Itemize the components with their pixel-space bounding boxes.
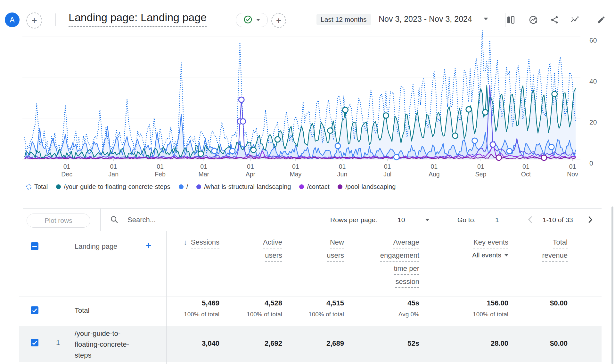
svg-text:01: 01 xyxy=(292,163,299,170)
legend-item-guide[interactable]: /your-guide-to-floating-concrete-steps xyxy=(56,183,170,190)
svg-text:40: 40 xyxy=(589,77,597,85)
ga4-report-page: A + Landing page: Landing page + Last 12… xyxy=(0,0,615,364)
legend-item-contact[interactable]: /contact xyxy=(299,183,329,190)
divider xyxy=(23,208,602,209)
rows-per-page-chevron-icon[interactable] xyxy=(425,219,430,221)
legend-item-total[interactable]: Total xyxy=(26,183,48,190)
column-header-active-users[interactable]: Active users xyxy=(263,238,282,264)
pagination-range: 1-10 of 33 xyxy=(543,216,573,224)
svg-text:01: 01 xyxy=(477,163,484,170)
sort-descending-icon: ↓ xyxy=(184,238,187,246)
series-dot-icon xyxy=(196,184,201,189)
svg-text:01: 01 xyxy=(339,163,346,170)
row-sessions: 3,040 xyxy=(202,339,219,348)
column-header-avg-engagement[interactable]: Average engagement time per session xyxy=(380,238,419,291)
rows-per-page-label: Rows per page: xyxy=(330,216,377,224)
total-row-checkbox[interactable] xyxy=(31,306,38,314)
total-key-events: 156.00100% of total xyxy=(473,299,508,318)
key-events-filter[interactable]: All events xyxy=(472,251,501,259)
svg-text:20: 20 xyxy=(589,118,597,126)
rows-per-page-select[interactable]: 10 xyxy=(398,216,405,224)
row-new-users: 2,689 xyxy=(326,339,344,348)
svg-text:01: 01 xyxy=(63,163,70,170)
row-key-events: 28.00 xyxy=(491,339,508,348)
search-input[interactable]: Search... xyxy=(127,216,156,224)
add-dimension-icon[interactable]: + xyxy=(146,240,152,251)
total-sessions: 5,469100% of total xyxy=(184,299,219,318)
controls-divider xyxy=(100,208,101,231)
svg-text:Apr: Apr xyxy=(246,171,256,178)
svg-text:01: 01 xyxy=(200,163,207,170)
svg-text:01: 01 xyxy=(522,163,529,170)
column-header-sessions[interactable]: ↓Sessions xyxy=(184,238,219,251)
total-avg-engagement: 45sAvg 0% xyxy=(398,299,419,318)
svg-text:01: 01 xyxy=(430,163,438,170)
dimension-header[interactable]: Landing page xyxy=(75,242,117,251)
go-to-label: Go to: xyxy=(457,216,476,224)
total-revenue: $0.00 xyxy=(550,299,568,307)
legend-item-home[interactable]: / xyxy=(179,183,188,190)
total-row-label: Total xyxy=(75,306,89,315)
svg-text:Mar: Mar xyxy=(198,171,209,178)
previous-page-icon[interactable] xyxy=(526,215,535,225)
svg-text:01: 01 xyxy=(569,163,576,170)
go-to-input[interactable]: 1 xyxy=(495,216,499,224)
series-dot-icon xyxy=(56,184,61,189)
row-divider xyxy=(19,362,602,362)
row-avg-engagement: 52s xyxy=(407,339,419,348)
svg-text:Feb: Feb xyxy=(155,171,166,178)
svg-text:Dec: Dec xyxy=(61,171,72,178)
svg-text:01: 01 xyxy=(247,163,254,170)
plot-rows-button[interactable]: Plot rows xyxy=(27,214,90,228)
series-dot-icon xyxy=(338,184,342,189)
row-divider xyxy=(19,296,602,296)
row-index: 1 xyxy=(56,339,60,347)
total-new-users: 4,515100% of total xyxy=(308,299,344,318)
chart-legend: Total /your-guide-to-floating-concrete-s… xyxy=(26,183,396,190)
svg-text:0: 0 xyxy=(589,159,593,167)
svg-text:60: 60 xyxy=(589,36,597,44)
svg-text:01: 01 xyxy=(384,163,391,170)
svg-text:Aug: Aug xyxy=(429,171,440,178)
svg-text:May: May xyxy=(290,171,301,178)
svg-text:01: 01 xyxy=(110,163,117,170)
series-dot-icon xyxy=(299,184,304,189)
column-header-key-events[interactable]: Key events All events xyxy=(472,238,508,262)
chevron-down-icon xyxy=(504,254,508,256)
svg-text:Oct: Oct xyxy=(521,171,531,178)
legend-item-pool[interactable]: /pool-landscaping xyxy=(338,183,396,190)
dotted-circle-icon xyxy=(26,184,31,190)
svg-text:Jan: Jan xyxy=(109,171,119,178)
sessions-timeseries-chart[interactable]: 020406001Dec01Jan01Feb01Mar01Apr01May01J… xyxy=(0,0,615,179)
svg-text:01: 01 xyxy=(157,163,164,170)
column-header-new-users[interactable]: New users xyxy=(327,238,344,264)
svg-text:Sep: Sep xyxy=(475,171,487,178)
row-active-users: 2,692 xyxy=(265,339,282,348)
column-header-total-revenue[interactable]: Total revenue xyxy=(542,238,568,264)
legend-item-structural[interactable]: /what-is-structural-landscaping xyxy=(196,183,291,190)
series-dot-icon xyxy=(179,184,184,189)
scrollbar[interactable] xyxy=(611,206,613,364)
row-checkbox[interactable] xyxy=(31,339,38,346)
next-page-icon[interactable] xyxy=(586,215,594,225)
search-icon xyxy=(110,215,119,225)
divider xyxy=(19,231,602,231)
column-divider xyxy=(166,231,167,364)
row-landing-page[interactable]: /your-guide-to- floating-concrete- steps xyxy=(75,328,129,361)
select-all-checkbox[interactable] xyxy=(31,242,38,250)
total-active-users: 4,528100% of total xyxy=(247,299,282,318)
svg-text:Jul: Jul xyxy=(383,171,391,178)
svg-text:Nov: Nov xyxy=(567,171,578,178)
row-revenue: $0.00 xyxy=(550,339,568,348)
svg-text:Jun: Jun xyxy=(337,171,347,178)
row-divider xyxy=(19,326,602,326)
